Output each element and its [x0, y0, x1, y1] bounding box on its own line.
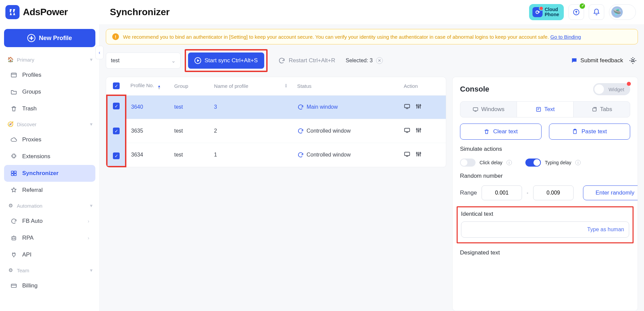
sidebar-item-profiles[interactable]: Profiles: [4, 67, 95, 83]
account-menu[interactable]: 🛸: [609, 4, 636, 20]
sidebar-item-synchronizer[interactable]: Synchronizer: [4, 165, 95, 182]
folder-icon: [10, 88, 18, 96]
select-all-checkbox[interactable]: [113, 82, 120, 89]
svg-rect-11: [405, 104, 410, 108]
sidebar-item-proxies[interactable]: Proxies: [4, 131, 95, 148]
sidebar-item-referral[interactable]: Referral: [4, 182, 95, 199]
go-to-binding-link[interactable]: Go to Binding: [550, 34, 581, 40]
enter-randomly-button[interactable]: Enter randomly: [583, 185, 638, 200]
chevron-right-icon: ›: [88, 235, 89, 241]
clear-selection-button[interactable]: ✕: [376, 57, 383, 64]
table-row[interactable]: 3640test3Main window: [107, 95, 446, 119]
chevron-right-icon: ›: [88, 218, 89, 224]
svg-rect-3: [14, 171, 17, 173]
tab-text[interactable]: Text: [517, 102, 574, 117]
sidebar-collapse-button[interactable]: ‹: [95, 46, 103, 59]
svg-rect-2: [11, 171, 14, 173]
screen-action-button[interactable]: [404, 127, 410, 135]
info-icon[interactable]: i: [507, 160, 512, 165]
chevron-down-icon: ▾: [90, 267, 93, 273]
cell-group: test: [170, 119, 209, 143]
upload-button[interactable]: [569, 4, 584, 20]
svg-point-22: [420, 152, 421, 153]
cell-status: Controlled window: [297, 151, 394, 158]
svg-rect-9: [11, 284, 17, 287]
widget-toggle[interactable]: Widget: [593, 83, 630, 95]
row-checkbox[interactable]: [113, 103, 120, 109]
th-action: Action: [399, 77, 446, 95]
star-icon: [10, 186, 18, 194]
table-row[interactable]: 3635test2Controlled window: [107, 119, 446, 143]
home-icon: 🏠: [7, 56, 14, 63]
typing-delay-toggle[interactable]: [525, 159, 541, 167]
cell-profile-no: 3640: [126, 95, 170, 119]
th-profile-no[interactable]: Profile No. ▲▼: [126, 77, 170, 95]
sidebar-section-primary[interactable]: 🏠Primary ▾: [4, 53, 95, 67]
sidebar-item-api[interactable]: API: [4, 246, 95, 263]
automation-icon: ⚙: [7, 202, 14, 209]
windows-icon: [472, 106, 479, 112]
cell-name: 3: [209, 95, 293, 119]
cloud-phone-icon: ⟳: [532, 7, 543, 17]
puzzle-icon: [10, 153, 18, 160]
start-sync-button[interactable]: Start sync Ctrl+Alt+S: [188, 53, 264, 69]
app-logo: AdsPower: [5, 5, 100, 19]
svg-point-17: [418, 130, 419, 131]
new-profile-button[interactable]: New Profile: [4, 29, 95, 47]
sidebar-item-fbauto[interactable]: FB Auto ›: [4, 213, 95, 230]
sidebar-item-groups[interactable]: Groups: [4, 83, 95, 100]
range-min-input[interactable]: [482, 185, 522, 200]
plug-icon: [10, 251, 18, 258]
settings-action-button[interactable]: [415, 127, 422, 135]
click-delay-toggle[interactable]: [460, 159, 476, 167]
screen-action-button[interactable]: [404, 103, 410, 111]
cell-group: test: [170, 95, 209, 119]
svg-point-12: [416, 105, 417, 106]
cloud-phone-button[interactable]: ⟳ Cloud Phone: [529, 4, 564, 20]
cloud-phone-label-1: Cloud: [545, 7, 559, 12]
chevron-down-icon: ▾: [90, 121, 93, 127]
submit-feedback-link[interactable]: Submit feedback: [571, 57, 623, 64]
sidebar-item-trash[interactable]: Trash: [4, 100, 95, 117]
group-dropdown[interactable]: test ⌄: [106, 53, 181, 69]
th-name[interactable]: Name of profile ▲▼: [209, 77, 293, 95]
sidebar-section-team[interactable]: ⚙Team ▾: [4, 263, 95, 277]
profiles-icon: [10, 71, 18, 79]
restart-button[interactable]: Restart Ctrl+Alt+R: [272, 53, 342, 69]
sidebar-section-discover[interactable]: 🧭Discover ▾: [4, 117, 95, 131]
svg-rect-5: [14, 174, 17, 176]
logo-mark-icon: [5, 5, 20, 19]
svg-rect-1: [11, 73, 17, 77]
page-title: Synchronizer: [110, 7, 170, 18]
chevron-down-icon: ⌄: [171, 58, 176, 64]
tab-windows[interactable]: Windows: [460, 102, 517, 117]
sidebar-item-extensions[interactable]: Extensions: [4, 148, 95, 165]
settings-action-button[interactable]: [415, 103, 422, 111]
table-row[interactable]: 3634test1Controlled window: [107, 143, 446, 167]
row-checkbox[interactable]: [113, 152, 120, 159]
sidebar-item-billing[interactable]: Billing: [4, 277, 95, 294]
clear-text-button[interactable]: Clear text: [460, 124, 542, 140]
info-icon[interactable]: i: [575, 160, 581, 165]
th-group[interactable]: Group: [170, 77, 209, 95]
selected-count-chip: Selected: 3 ✕: [346, 57, 383, 64]
screen-action-button[interactable]: [404, 151, 410, 159]
feedback-icon: [571, 57, 578, 64]
alert-text: We recommend you to bind an authenticato…: [123, 34, 550, 40]
row-checkbox[interactable]: [113, 128, 120, 134]
tab-tabs[interactable]: Tabs: [574, 102, 630, 117]
range-max-input[interactable]: [533, 185, 574, 200]
paste-text-button[interactable]: Paste text: [549, 124, 631, 140]
svg-point-10: [632, 60, 634, 62]
identical-text-input[interactable]: [461, 221, 629, 238]
settings-action-button[interactable]: [415, 151, 422, 159]
settings-button[interactable]: [628, 56, 638, 66]
clipboard-icon: [572, 129, 578, 135]
notifications-button[interactable]: [589, 4, 604, 20]
sidebar-item-rpa[interactable]: RPA ›: [4, 230, 95, 246]
console-panel: Console Widget Windows Text: [452, 77, 638, 311]
gear-icon: [629, 57, 637, 65]
svg-rect-15: [405, 128, 410, 132]
sidebar-section-automation[interactable]: ⚙Automation ▾: [4, 199, 95, 213]
svg-point-13: [418, 106, 419, 107]
